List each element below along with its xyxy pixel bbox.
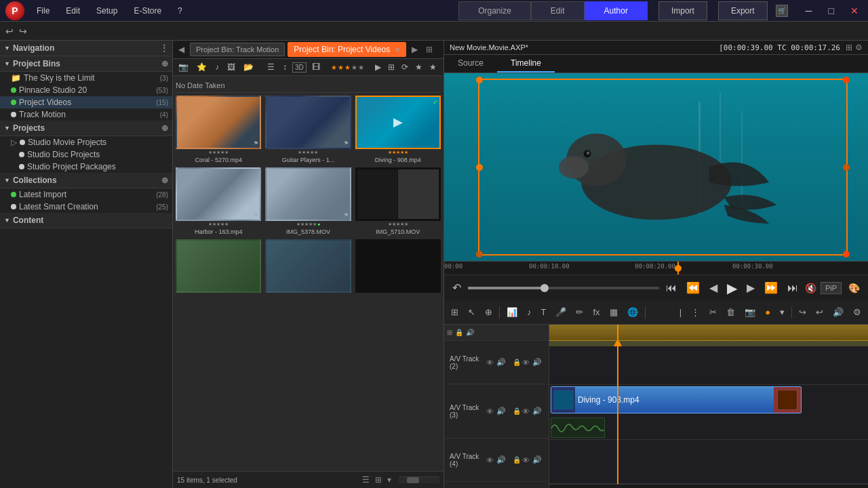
av4-eye2-icon[interactable]: 👁 [521,455,531,465]
tl-tool-globe[interactable]: 🌐 [625,306,641,319]
bin-tab-project-videos[interactable]: Project Bin: Project Videos ✕ [288,42,406,57]
prev-frame-icon[interactable]: ⏪ [684,280,703,296]
step-fwd-icon[interactable]: ▶ [744,280,757,296]
project-packages[interactable]: Studio Project Packages [0,161,172,173]
star-5[interactable]: ★ [358,64,364,71]
content-collapse-icon[interactable]: ▼ [4,217,10,224]
bin-tool-star[interactable]: ⭐ [194,61,210,73]
collections-collapse-icon[interactable]: ▼ [4,177,10,184]
menu-setup[interactable]: Setup [92,3,121,18]
tl-tool-select[interactable]: ↖ [465,306,478,319]
tab-edit[interactable]: Edit [531,1,585,20]
av4-vol-icon[interactable]: 🔊 [495,455,507,465]
av4-vol2-icon[interactable]: 🔊 [531,455,543,465]
menu-edit[interactable]: Edit [62,3,84,18]
export-button[interactable]: Export [718,1,768,20]
maximize-button[interactable]: □ [825,4,838,18]
star-2[interactable]: ★ [338,64,344,71]
bin-tool-r2[interactable]: ⊞ [385,61,397,73]
tl-tool-audio[interactable]: ♪ [524,306,534,319]
media-item-img5378[interactable]: ⚑ ★★★★★ ● IMG_5378.MOV [265,167,351,235]
av4-eye-icon[interactable]: 👁 [485,455,495,465]
tab-organize[interactable]: Organize [458,1,531,20]
bin-project-videos[interactable]: Project Videos (15) [0,96,172,108]
bin-tool-image[interactable]: 🖼 [224,61,238,73]
bin-tool-film[interactable]: 🎞 [309,61,323,73]
av3-eye-icon[interactable]: 👁 [485,407,495,416]
tl-tool-settings[interactable]: ⚙ [850,306,864,319]
bin-sky[interactable]: 📁 The Sky is the Limit (3) [0,72,172,84]
color-icon[interactable]: 🎨 [846,281,863,295]
bin-tool-r5[interactable]: ★ [427,61,439,73]
menu-file[interactable]: File [33,3,54,18]
minimize-button[interactable]: ─ [802,4,816,18]
tl-tool-color[interactable]: ● [762,306,773,319]
tl-tool-marker[interactable]: | [677,306,684,319]
menu-help[interactable]: ? [174,3,186,18]
media-item-img5710[interactable]: ★★★★★ IMG_5710.MOV [355,167,441,235]
nav-options-icon[interactable]: ⋮ [160,43,168,53]
expand-icon[interactable]: ⊞ [846,43,852,52]
tl-tool-edit[interactable]: ✏ [573,306,586,319]
video-clip-diving[interactable]: Diving - 908.mp4 [551,386,802,413]
menu-estore[interactable]: E-Store [130,3,165,18]
tl-tool-snap[interactable]: ⋮ [688,306,703,319]
av2-lane[interactable] [549,341,868,384]
tab-author[interactable]: Author [585,1,648,20]
bin-tool-folder[interactable]: 📂 [241,61,256,73]
projects-collapse-icon[interactable]: ▼ [4,125,10,131]
project-movie[interactable]: ▷ Studio Movie Projects [0,136,172,148]
av3-lane[interactable]: Diving - 908.mp4 [549,385,868,439]
tl-tool-out[interactable]: ↩ [813,306,826,319]
av2-vol-icon[interactable]: 🔊 [495,357,507,367]
tl-tool-in[interactable]: ↪ [796,306,809,319]
tl-tool-mic[interactable]: 🎤 [553,306,569,319]
bin-pinnacle[interactable]: Pinnacle Studio 20 (53) [0,84,172,96]
skip-to-end-icon[interactable]: ⏭ [785,281,801,296]
bin-tool-3d[interactable]: 3D [292,62,307,73]
skip-to-start-icon[interactable]: ⏮ [663,281,679,296]
av2-eye-icon[interactable]: 👁 [485,358,495,367]
tl-tool-chart[interactable]: 📊 [504,306,520,319]
media-item-extra2[interactable] [265,239,351,293]
bin-track-motion[interactable]: Track Motion (4) [0,108,172,121]
settings-icon[interactable]: ⚙ [855,43,863,52]
import-button[interactable]: Import [658,1,707,20]
cart-icon[interactable]: 🛒 [776,5,788,17]
media-item-guitar[interactable]: ⚑ ★★★★★ Guitar Players - 1... [265,96,351,163]
tl-tool-vol[interactable]: 🔊 [830,306,846,319]
collections-options-icon[interactable]: ⊕ [161,176,168,185]
av2-vol2-icon[interactable]: 🔊 [531,357,543,367]
bins-collapse-icon[interactable]: ▼ [4,60,10,67]
bin-tab-track-motion[interactable]: Project Bin: Track Motion [190,43,285,56]
bin-grid-icon[interactable]: ⊞ [423,43,435,56]
rewind-icon[interactable]: ↶ [450,280,464,296]
av3-eye2-icon[interactable]: 👁 [521,407,531,416]
bin-prev-arrow[interactable]: ◀ [176,43,187,56]
media-item-extra1[interactable] [176,239,261,293]
tl-tool-text[interactable]: T [538,306,549,319]
tl-tool-dropdown[interactable]: ▾ [777,306,787,319]
bin-tab-close-icon[interactable]: ✕ [395,46,400,54]
next-frame-icon[interactable]: ⏩ [762,280,781,296]
mute-icon[interactable]: 🔇 [805,283,816,293]
bin-tool-sort[interactable]: ↕ [280,61,290,73]
tl-tool-split[interactable]: ⊕ [482,306,495,319]
collection-latest[interactable]: Latest Import (28) [0,188,172,201]
redo-button[interactable]: ↪ [16,24,30,38]
scrollbar[interactable] [399,476,439,483]
project-disc[interactable]: Studio Disc Projects [0,148,172,161]
tl-tool-del[interactable]: 🗑 [724,306,738,319]
bin-next-arrow[interactable]: ▶ [409,43,420,56]
tl-tool-trim[interactable]: ✂ [707,306,719,319]
track-vol-icon[interactable]: 🔊 [466,329,474,336]
star-1[interactable]: ★ [331,64,337,71]
source-tab[interactable]: Source [444,55,497,73]
view-grid-icon[interactable]: ⊞ [373,474,384,486]
bin-tool-r4[interactable]: ★ [412,61,425,73]
diving-play-icon[interactable]: ▶ [393,115,403,129]
bin-tool-r3[interactable]: ⟳ [399,61,411,73]
media-item-extra3[interactable] [355,239,441,293]
tl-tool-cam[interactable]: 📷 [742,306,758,319]
tl-tool-fx[interactable]: fx [590,306,602,319]
